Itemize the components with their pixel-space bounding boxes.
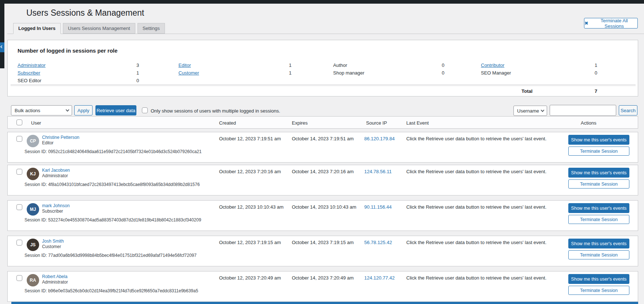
source-ip-link[interactable]: 124.120.77.42 [364,275,395,281]
roles-panel-heading: Number of logged in sessions per role [18,48,117,54]
user-name-link[interactable]: Josh Smith [42,239,64,244]
created-cell: October 12, 2023 7:20:16 am [219,169,281,174]
role-count-shop-manager: 0 [442,70,444,76]
terminate-session-button[interactable]: Terminate Session [568,250,629,259]
row-select-checkbox[interactable] [16,240,22,246]
apply-button[interactable]: Apply [74,105,93,115]
session-row: KJKarl JacobsenAdministratorSession ID: … [7,165,638,195]
expires-cell: October 14, 2023 7:20:49 am [292,275,354,281]
column-header-actions: Actions [581,120,596,126]
show-events-button[interactable]: Show me this user's events [568,203,629,213]
role-count-author: 0 [442,62,444,68]
avatar: RA [27,274,39,286]
terminate-x-icon: ✖ [584,20,588,26]
admin-menu-active-item[interactable] [0,42,4,52]
terminate-session-button[interactable]: Terminate Session [568,179,629,189]
column-header-source-ip: Source IP [366,120,387,126]
session-id-text: Session ID: 532274c0e455308704ad5a883574… [25,217,201,223]
terminate-session-button[interactable]: Terminate Session [568,286,629,295]
row-select-checkbox[interactable] [16,169,22,175]
show-events-button[interactable]: Show me this user's events [568,135,629,145]
user-name-link[interactable]: Karl Jacobsen [42,168,70,173]
search-input[interactable] [550,105,616,116]
chevron-down-icon [541,108,545,112]
select-all-checkbox[interactable] [16,119,22,125]
session-row: MJmark JohnsonSubscriberSession ID: 5322… [7,200,638,231]
total-value: 7 [595,88,597,94]
last-event-message: Click the Retrieve user data button to r… [406,275,546,281]
user-name-link[interactable]: Christine Petterson [42,135,79,140]
show-events-button[interactable]: Show me this user's events [568,274,629,284]
user-role-label: Administrator [42,173,68,178]
tab-bar: Logged In UsersUsers Sessions Management… [7,23,644,34]
row-select-checkbox[interactable] [16,136,22,142]
user-role-label: Editor [42,140,53,145]
bulk-actions-value: Bulk actions [15,108,40,113]
admin-top-bar [0,0,644,4]
avatar: MJ [27,203,39,216]
role-link-subscriber[interactable]: Subscriber [18,70,40,76]
session-id-text: Session ID: b96e0e03a526cb0dc02d1f4ea39f… [25,288,198,293]
last-event-message: Click the Retrieve user data button to r… [406,136,546,141]
last-event-message: Click the Retrieve user data button to r… [406,204,546,210]
tab-users-sessions-management[interactable]: Users Sessions Management [63,23,135,34]
role-count-seo-editor: 0 [136,78,139,83]
row-select-checkbox[interactable] [16,275,22,281]
bottom-blue-bar [11,302,638,304]
search-button[interactable]: Search [619,105,637,115]
total-label: Total [521,88,532,94]
sessions-per-role-panel: Number of logged in sessions per role Ad… [7,40,638,96]
admin-menu-strip [0,4,4,68]
role-link-shop-manager: Shop manager [333,70,364,76]
user-name-link[interactable]: Robert Abela [42,274,67,279]
created-cell: October 12, 2023 7:19:15 am [219,240,281,245]
roles-divider [11,84,636,86]
retrieve-user-data-button[interactable]: Retrieve user data [95,105,136,115]
show-events-button[interactable]: Show me this user's events [568,168,629,178]
role-link-customer[interactable]: Customer [178,70,199,76]
user-role-label: Administrator [42,280,68,285]
role-count-seo-manager: 0 [595,70,597,76]
search-by-select[interactable]: Username [513,106,547,116]
bulk-actions-select[interactable]: Bulk actions [11,105,72,115]
row-select-checkbox[interactable] [16,204,22,210]
avatar: JS [27,239,39,251]
session-row: JSJosh SmithCustomerSession ID: 77ad00a6… [7,236,638,266]
user-name-link[interactable]: mark Johnson [42,203,69,208]
multiple-sessions-filter-label: Only show sessions of users with multipl… [151,108,280,114]
last-event-message: Click the Retrieve user data button to r… [406,240,546,245]
column-header-created: Created [219,120,236,126]
column-header-expires: Expires [292,120,308,126]
expires-cell: October 14, 2023 7:19:51 am [292,136,354,141]
chevron-down-icon [66,108,69,111]
terminate-all-sessions-button[interactable]: ✖ Terminate All Sessions [584,18,638,28]
role-link-contributor[interactable]: Contributor [481,62,504,68]
terminate-session-button[interactable]: Terminate Session [568,147,629,156]
created-cell: October 12, 2023 7:19:51 am [219,136,281,141]
role-count-administrator: 3 [136,62,139,68]
source-ip-link[interactable]: 56.78.125.42 [364,240,392,245]
terminate-all-label: Terminate All Sessions [591,18,637,29]
role-link-editor[interactable]: Editor [178,62,191,68]
page-title: Users Sessions & Management [26,8,144,18]
role-count-editor: 1 [289,62,291,68]
multiple-sessions-filter-checkbox[interactable] [142,107,148,113]
avatar: KJ [27,168,39,180]
source-ip-link[interactable]: 90.11.156.44 [364,204,392,210]
source-ip-link[interactable]: 86.120.179.84 [364,136,395,141]
avatar: CP [27,135,39,147]
expires-cell: October 14, 2023 7:19:15 am [292,240,354,245]
show-events-button[interactable]: Show me this user's events [568,239,629,248]
search-by-value: Username [517,108,539,114]
column-header-last-event: Last Event [406,120,429,126]
role-count-subscriber: 1 [136,70,139,76]
tab-logged-in-users[interactable]: Logged In Users [13,23,61,34]
created-cell: October 12, 2023 7:20:49 am [219,275,281,281]
table-header-row: User Created Expires Source IP Last Even… [7,116,638,129]
role-link-author: Author [333,62,347,68]
terminate-session-button[interactable]: Terminate Session [568,215,629,224]
source-ip-link[interactable]: 124.78.56.11 [364,169,392,174]
session-row: RARobert AbelaAdministratorSession ID: b… [7,271,638,302]
tab-settings[interactable]: Settings [138,23,165,34]
role-link-administrator[interactable]: Administrator [18,62,46,68]
